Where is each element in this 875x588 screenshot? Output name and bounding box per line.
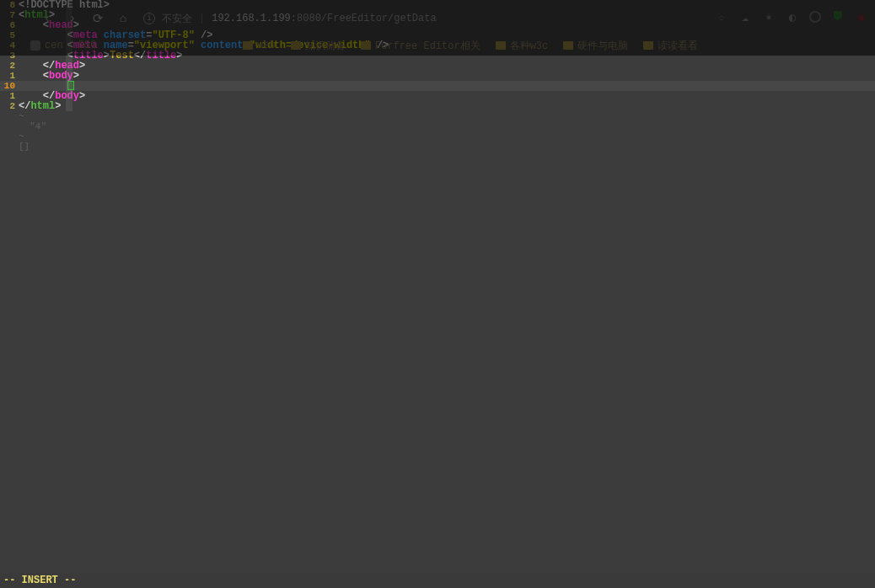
folder-icon: [643, 41, 653, 50]
bookmark-item[interactable]: 读读看看: [643, 39, 698, 53]
url-path: /FreeEditor/getData: [321, 13, 437, 24]
ext-icon-shield[interactable]: ⛊: [831, 10, 845, 24]
bookmark-star-icon[interactable]: ☆: [715, 10, 728, 24]
code-line[interactable]: [19, 81, 875, 91]
back-button[interactable]: ‹: [37, 8, 57, 29]
code-line[interactable]: </body>: [19, 91, 875, 101]
ext-icon-2[interactable]: ✶: [762, 10, 776, 24]
toolbar-right: ☆ ☁ ✶ ◐ ⛊ ◉: [715, 5, 868, 29]
bookmark-label: OS6: [78, 40, 97, 51]
url-port: :8080: [291, 13, 321, 24]
bookmark-label: cen: [45, 40, 63, 51]
line-number-gutter: 876543211012: [0, 0, 19, 588]
bookmark-label: web: [257, 40, 276, 51]
vim-status-bar: -- INSERT --: [0, 573, 875, 588]
bookmark-item[interactable]: 硬件与电脑: [563, 39, 628, 53]
bookmark-item[interactable]: 知识储备: [291, 39, 346, 53]
bookmark-item[interactable]: 各种w3c: [496, 39, 549, 53]
line-number: 1: [0, 71, 15, 81]
folder-icon: [496, 41, 506, 50]
line-number: 10: [0, 81, 15, 91]
ext-icon-record[interactable]: ◉: [855, 10, 868, 24]
buffer-end-line: ~: [19, 111, 875, 121]
code-line[interactable]: <body>: [19, 71, 875, 81]
bookmark-item[interactable]: OS6: [78, 40, 97, 51]
bookmark-item[interactable]: Forfree Editor相关: [361, 39, 480, 53]
bookmark-label: 知识储备: [305, 39, 346, 53]
address-bar[interactable]: i 不安全 | 192.168.1.199:8080/FreeEditor/ge…: [143, 12, 437, 26]
bookmark-item[interactable]: cen: [30, 40, 63, 51]
ext-icon-1[interactable]: ☁: [738, 10, 752, 24]
home-button[interactable]: ⌂: [113, 8, 133, 29]
ext-icon-gear[interactable]: [809, 11, 821, 23]
folder-icon: [361, 41, 371, 50]
bookmark-label: Forfree Editor相关: [375, 39, 480, 53]
folder-icon: [243, 41, 253, 50]
bookmark-label: 硬件与电脑: [577, 39, 628, 53]
reload-button[interactable]: ⟳: [88, 8, 108, 29]
bookmarks-bar: cenOS6web知识储备Forfree Editor相关各种w3c硬件与电脑读…: [0, 35, 875, 56]
security-label: 不安全: [162, 12, 192, 26]
folder-icon: [291, 41, 301, 50]
url-host: 192.168.1.199: [212, 13, 291, 24]
text-cursor: [67, 81, 74, 90]
site-icon: [30, 40, 40, 51]
code-editor[interactable]: 876543211012 <!DOCTYPE html><html> <head…: [0, 0, 875, 588]
buffer-end-line: "4": [19, 121, 875, 131]
folder-icon: [563, 41, 573, 50]
bookmark-label: 读读看看: [658, 39, 698, 53]
ext-icon-3[interactable]: ◐: [786, 10, 799, 24]
line-number: 2: [0, 101, 15, 111]
bookmark-label: 各种w3c: [510, 39, 549, 53]
forward-button[interactable]: ›: [62, 8, 83, 29]
site-info-icon[interactable]: i: [143, 13, 155, 24]
code-line[interactable]: </html>: [19, 101, 875, 111]
line-number: 1: [0, 91, 15, 101]
code-line[interactable]: </head>: [19, 61, 875, 71]
line-number: 2: [0, 61, 15, 71]
bookmark-item[interactable]: web: [243, 40, 276, 51]
vim-mode: -- INSERT --: [3, 575, 76, 586]
buffer-end-line: ~: [19, 131, 875, 142]
buffer-end-line: []: [19, 142, 875, 152]
